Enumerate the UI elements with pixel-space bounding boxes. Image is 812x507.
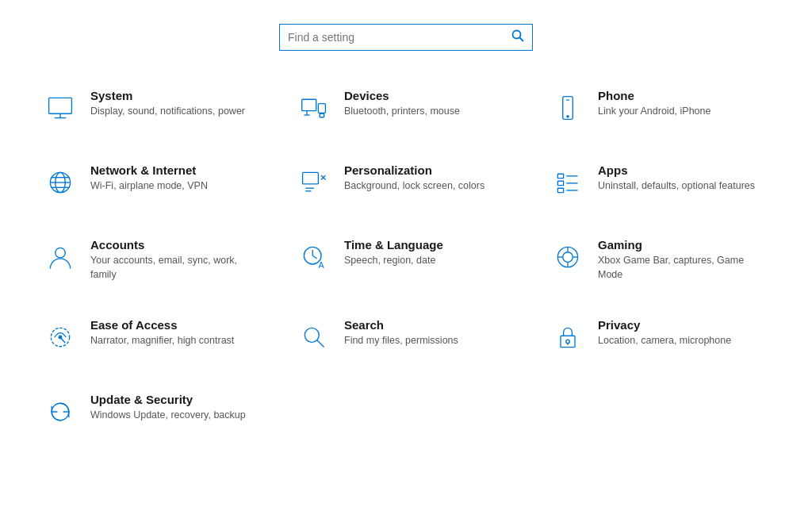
svg-line-32 bbox=[312, 255, 316, 259]
time-desc: Speech, region, date bbox=[344, 254, 443, 268]
search-icon bbox=[511, 29, 524, 45]
svg-point-35 bbox=[563, 252, 573, 263]
svg-point-29 bbox=[56, 248, 66, 258]
devices-desc: Bluetooth, printers, mouse bbox=[344, 105, 460, 119]
svg-rect-5 bbox=[302, 99, 316, 110]
privacy-title: Privacy bbox=[598, 318, 731, 332]
system-icon bbox=[41, 89, 79, 127]
settings-item-update[interactable]: Update & Security Windows Update, recove… bbox=[33, 378, 271, 445]
phone-desc: Link your Android, iPhone bbox=[598, 105, 710, 119]
privacy-text: Privacy Location, camera, microphone bbox=[598, 318, 731, 348]
search-text: Search Find my files, permissions bbox=[344, 318, 458, 348]
search-icon bbox=[295, 318, 333, 356]
network-title: Network & Internet bbox=[90, 163, 208, 177]
settings-item-personalization[interactable]: Personalization Background, lock screen,… bbox=[287, 149, 525, 216]
gaming-text: Gaming Xbox Game Bar, captures, Game Mod… bbox=[598, 238, 771, 282]
settings-item-system[interactable]: System Display, sound, notifications, po… bbox=[33, 75, 271, 141]
network-text: Network & Internet Wi-Fi, airplane mode,… bbox=[90, 163, 208, 194]
ease-text: Ease of Access Narrator, magnifier, high… bbox=[90, 318, 234, 348]
accounts-text: Accounts Your accounts, email, sync, wor… bbox=[90, 238, 263, 282]
svg-point-12 bbox=[567, 116, 569, 117]
svg-line-1 bbox=[520, 38, 524, 42]
personalization-title: Personalization bbox=[344, 163, 485, 177]
gaming-icon bbox=[549, 238, 587, 276]
time-title: Time & Language bbox=[344, 238, 443, 252]
personalization-desc: Background, lock screen, colors bbox=[344, 179, 485, 194]
system-text: System Display, sound, notifications, po… bbox=[90, 89, 245, 119]
devices-text: Devices Bluetooth, printers, mouse bbox=[344, 89, 460, 119]
ease-title: Ease of Access bbox=[90, 318, 234, 332]
personalization-icon bbox=[295, 163, 333, 202]
devices-icon bbox=[295, 89, 333, 127]
search-desc: Find my files, permissions bbox=[344, 334, 458, 348]
phone-text: Phone Link your Android, iPhone bbox=[598, 89, 710, 119]
network-icon bbox=[41, 163, 79, 202]
gaming-desc: Xbox Game Bar, captures, Game Mode bbox=[598, 254, 771, 282]
settings-item-accounts[interactable]: Accounts Your accounts, email, sync, wor… bbox=[33, 224, 271, 296]
svg-point-46 bbox=[566, 340, 570, 344]
privacy-desc: Location, camera, microphone bbox=[598, 334, 731, 348]
svg-rect-25 bbox=[557, 181, 563, 185]
update-text: Update & Security Windows Update, recove… bbox=[90, 393, 246, 423]
svg-rect-6 bbox=[318, 104, 325, 113]
ease-icon bbox=[41, 318, 79, 356]
update-title: Update & Security bbox=[90, 393, 246, 406]
devices-title: Devices bbox=[344, 89, 460, 102]
svg-rect-18 bbox=[303, 172, 319, 183]
apps-text: Apps Uninstall, defaults, optional featu… bbox=[598, 163, 755, 194]
update-desc: Windows Update, recovery, backup bbox=[90, 409, 246, 423]
svg-rect-9 bbox=[320, 113, 324, 117]
privacy-icon bbox=[549, 318, 587, 356]
search-title: Search bbox=[344, 318, 458, 332]
settings-item-gaming[interactable]: Gaming Xbox Game Bar, captures, Game Mod… bbox=[541, 224, 779, 296]
time-text: Time & Language Speech, region, date bbox=[344, 238, 443, 268]
time-icon: A bbox=[295, 238, 333, 276]
gaming-title: Gaming bbox=[598, 238, 771, 252]
accounts-desc: Your accounts, email, sync, work, family bbox=[90, 254, 263, 282]
svg-point-0 bbox=[513, 31, 521, 39]
apps-title: Apps bbox=[598, 163, 755, 177]
search-input[interactable] bbox=[288, 31, 511, 44]
phone-title: Phone bbox=[598, 89, 710, 102]
settings-item-privacy[interactable]: Privacy Location, camera, microphone bbox=[541, 304, 779, 371]
accounts-icon bbox=[41, 238, 79, 276]
settings-item-ease[interactable]: Ease of Access Narrator, magnifier, high… bbox=[33, 304, 271, 371]
svg-rect-27 bbox=[557, 188, 563, 192]
update-icon bbox=[41, 393, 79, 431]
svg-point-43 bbox=[304, 328, 319, 342]
system-title: System bbox=[90, 89, 245, 102]
search-bar-container bbox=[279, 24, 533, 51]
settings-item-apps[interactable]: Apps Uninstall, defaults, optional featu… bbox=[541, 149, 779, 216]
settings-item-time[interactable]: A Time & Language Speech, region, date bbox=[287, 224, 525, 296]
settings-item-network[interactable]: Network & Internet Wi-Fi, airplane mode,… bbox=[33, 149, 271, 216]
phone-icon bbox=[549, 89, 587, 127]
apps-icon bbox=[549, 163, 587, 202]
svg-text:A: A bbox=[318, 260, 324, 270]
settings-grid: System Display, sound, notifications, po… bbox=[0, 75, 812, 477]
ease-desc: Narrator, magnifier, high contrast bbox=[90, 334, 234, 348]
network-desc: Wi-Fi, airplane mode, VPN bbox=[90, 179, 208, 194]
apps-desc: Uninstall, defaults, optional features bbox=[598, 179, 755, 194]
svg-rect-45 bbox=[561, 336, 575, 347]
settings-item-devices[interactable]: Devices Bluetooth, printers, mouse bbox=[287, 75, 525, 141]
svg-point-42 bbox=[59, 336, 62, 339]
svg-rect-23 bbox=[557, 174, 563, 178]
system-desc: Display, sound, notifications, power bbox=[90, 105, 245, 119]
settings-item-search[interactable]: Search Find my files, permissions bbox=[287, 304, 525, 371]
search-bar[interactable] bbox=[279, 24, 533, 51]
svg-rect-2 bbox=[49, 98, 72, 113]
settings-item-phone[interactable]: Phone Link your Android, iPhone bbox=[541, 75, 779, 141]
svg-line-44 bbox=[317, 340, 324, 348]
personalization-text: Personalization Background, lock screen,… bbox=[344, 163, 485, 194]
accounts-title: Accounts bbox=[90, 238, 263, 252]
